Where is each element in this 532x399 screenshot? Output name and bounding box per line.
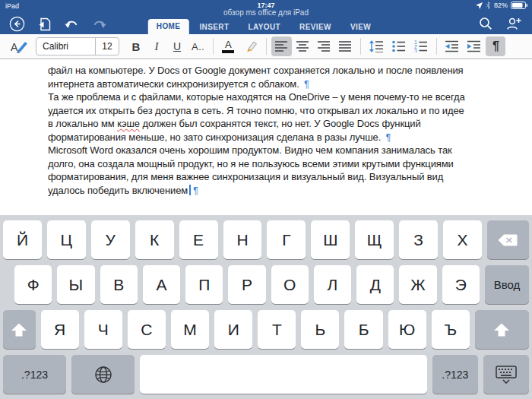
text-line: интернета автоматически синхронизируется… [48, 78, 487, 91]
key-Т[interactable]: Т [258, 310, 296, 349]
key-В[interactable]: В [100, 265, 138, 304]
ribbon-tabs: HOMEINSERTLAYOUTREVIEWVIEW [148, 19, 379, 34]
text-line: долго, она создала мощный продукт, но я … [48, 157, 487, 171]
pilcrow-mark: ¶ [386, 132, 391, 143]
key-Э[interactable]: Э [442, 265, 480, 304]
italic-button[interactable]: I [147, 36, 166, 56]
key-Х[interactable]: Х [443, 220, 482, 259]
undo-button[interactable] [65, 19, 79, 30]
increase-indent-button[interactable] [464, 36, 485, 56]
key-Ш[interactable]: Ш [311, 220, 350, 259]
text-line: удается их открыть без доступа в сеть. Я… [48, 104, 487, 118]
document-canvas[interactable]: файл на компьютере. У Docs от Google док… [0, 60, 532, 215]
key-Й[interactable]: Й [3, 220, 42, 259]
line-spacing-button[interactable] [366, 36, 388, 56]
tab-home[interactable]: HOME [148, 19, 189, 34]
svg-text:A: A [11, 41, 18, 53]
key-Ъ[interactable]: Ъ [432, 310, 470, 349]
numbered-list-button[interactable]: 123 [410, 36, 432, 56]
svg-text:3: 3 [414, 49, 417, 53]
tab-insert[interactable]: INSERT [191, 20, 237, 34]
misspelled-word: кэше [117, 118, 140, 129]
align-justify-button[interactable] [335, 36, 356, 56]
key-Л[interactable]: Л [314, 265, 351, 304]
save-button[interactable] [38, 17, 52, 31]
text-line: Microsoft Word оказался очень хорошим пр… [48, 144, 487, 157]
back-button[interactable] [9, 16, 25, 32]
enter-key[interactable]: Ввод [485, 265, 529, 304]
text-line: форматирования меньше, но зато синхрониз… [48, 131, 487, 144]
tab-view[interactable]: VIEW [342, 20, 379, 34]
key-П[interactable]: П [185, 265, 223, 304]
tab-layout[interactable]: LAYOUT [239, 20, 289, 34]
pilcrow-mark: ¶ [193, 185, 198, 196]
key-Р[interactable]: Р [228, 265, 265, 304]
key-С[interactable]: С [128, 310, 166, 349]
text-cursor [189, 185, 191, 195]
share-person-icon[interactable] [506, 17, 521, 30]
key-У[interactable]: У [91, 220, 130, 259]
symbols-key-left[interactable]: .?123 [3, 355, 66, 394]
key-К[interactable]: К [135, 220, 174, 259]
key-М[interactable]: М [171, 310, 209, 349]
align-left-button[interactable] [271, 36, 292, 56]
font-name-value: Calibri [36, 41, 95, 52]
symbols-key-right[interactable]: .?123 [432, 355, 478, 394]
show-paragraph-marks-button[interactable]: ¶ [486, 36, 505, 56]
key-Г[interactable]: Г [267, 220, 306, 259]
key-О[interactable]: О [271, 265, 309, 304]
tab-review[interactable]: REVIEW [291, 20, 340, 34]
key-Ж[interactable]: Ж [399, 265, 436, 304]
shift-right-key[interactable] [475, 310, 529, 349]
key-Ь[interactable]: Ь [301, 310, 339, 349]
formatting-toolbar: A Calibri 12 B I U A.. A 123 ¶ [0, 34, 532, 59]
highlighter-icon[interactable] [239, 36, 261, 56]
key-Ф[interactable]: Ф [14, 265, 52, 304]
font-selector[interactable]: Calibri 12 [36, 37, 119, 55]
key-Ч[interactable]: Ч [84, 310, 122, 349]
font-color-button[interactable]: A [218, 36, 238, 56]
format-painter-icon[interactable]: A [6, 36, 32, 56]
key-Е[interactable]: Е [179, 220, 218, 259]
key-Ц[interactable]: Ц [47, 220, 86, 259]
onscreen-keyboard: ЙЦУКЕНГШЩЗХ ФЫВАПРОЛДЖЭ Ввод ЯЧСМИТЬБЮЪ … [0, 215, 532, 399]
text-line: удалось победить включением¶ [48, 184, 487, 198]
decrease-indent-button[interactable] [442, 36, 463, 56]
text-line: файл на компьютере. У Docs от Google док… [48, 64, 487, 78]
key-Щ[interactable]: Щ [355, 220, 394, 259]
key-Ы[interactable]: Ы [57, 265, 94, 304]
space-key[interactable] [140, 355, 427, 394]
bullet-list-button[interactable] [388, 36, 410, 56]
key-Б[interactable]: Б [344, 310, 382, 349]
key-И[interactable]: И [214, 310, 252, 349]
pilcrow-mark: ¶ [304, 79, 309, 90]
font-size-value[interactable]: 12 [96, 41, 119, 52]
search-icon[interactable] [479, 17, 492, 30]
key-Ю[interactable]: Ю [388, 310, 426, 349]
backspace-key[interactable] [487, 220, 529, 259]
key-Н[interactable]: Н [223, 220, 262, 259]
text-line: в локально мм кэше должен был сохранятся… [48, 117, 487, 131]
more-formatting-button[interactable]: A.. [188, 36, 208, 56]
key-З[interactable]: З [399, 220, 438, 259]
bold-button[interactable]: B [126, 36, 146, 56]
dismiss-keyboard-key[interactable] [483, 355, 529, 394]
underline-button[interactable]: U [167, 36, 187, 56]
align-right-button[interactable] [314, 36, 334, 56]
title-bar: iPad 17:47 82% обзор ms office для iPad [0, 0, 532, 34]
key-Я[interactable]: Я [41, 310, 79, 349]
key-А[interactable]: А [143, 265, 180, 304]
text-line: Та же проблема и с файлами, которые нахо… [48, 90, 487, 104]
key-Д[interactable]: Д [356, 265, 394, 304]
document-text: файл на компьютере. У Docs от Google док… [48, 64, 487, 197]
redo-button[interactable] [92, 19, 106, 30]
shift-left-key[interactable] [3, 310, 36, 349]
globe-key[interactable] [71, 355, 135, 394]
text-line: форматирования, для меня важнее синхрони… [48, 170, 487, 184]
align-center-button[interactable] [293, 36, 313, 56]
